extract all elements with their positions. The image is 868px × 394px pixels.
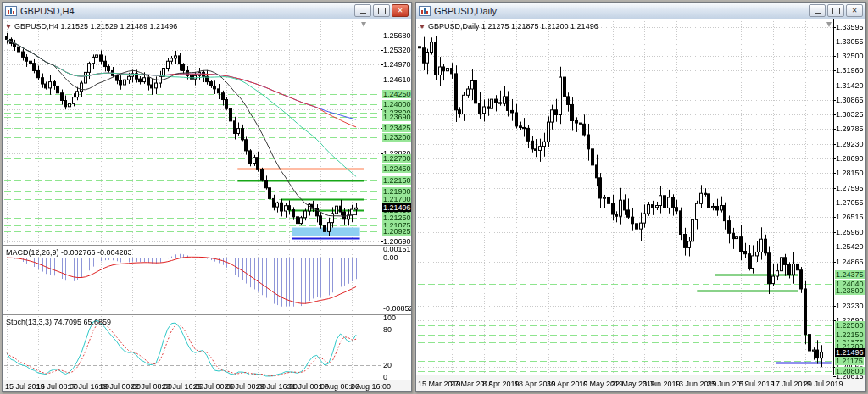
dropdown-arrow-icon <box>6 25 11 29</box>
level-price-badge: 1.20800 <box>835 367 865 375</box>
price-label: 1.20690 <box>383 237 411 246</box>
price-label: 1.25320 <box>383 46 411 54</box>
price-label: 1.28150 <box>836 169 864 177</box>
h4-ohlc-text: GBPUSD,H4 1.21525 1.21529 1.21489 1.2149… <box>14 22 177 31</box>
date-label: 29 Jul 2019 <box>804 380 843 388</box>
level-price-badge: 1.23800 <box>835 286 865 295</box>
price-label: 1.26515 <box>836 213 864 221</box>
date-label: 8 Apr 2019 <box>482 380 520 388</box>
price-label: 1.30325 <box>836 110 864 119</box>
price-label: 1.30865 <box>836 96 864 104</box>
maximize-button[interactable] <box>373 4 390 17</box>
level-price-badge: 1.22500 <box>835 321 865 330</box>
level-price-badge: 1.24375 <box>835 270 865 279</box>
titlebar-daily[interactable]: GBPUSD,Daily ✕ <box>416 3 865 19</box>
h4-quote-line[interactable]: GBPUSD,H4 1.21525 1.21529 1.21489 1.2149… <box>6 22 177 31</box>
price-label: 1.31420 <box>836 81 864 90</box>
level-price-badge: 1.22150 <box>382 176 411 185</box>
stoch-axis-label: 20 <box>383 361 392 369</box>
chart-window-gbpusd-daily: GBPUSD,Daily ✕ GBPUSD,Daily 1.21275 1.21… <box>415 2 866 392</box>
level-price-badge: 1.22450 <box>382 164 411 173</box>
daily-quote-line[interactable]: GBPUSD,Daily 1.21275 1.21875 1.21200 1.2… <box>420 22 598 31</box>
minimize-button[interactable] <box>809 4 826 17</box>
level-price-badge: 1.23200 <box>382 133 411 142</box>
price-label: 1.24970 <box>383 60 411 69</box>
price-label: 1.33055 <box>836 37 864 46</box>
level-price-badge: 1.23690 <box>382 113 411 121</box>
macd-axis-label: 0.00 <box>383 253 398 262</box>
window-title: GBPUSD,H4 <box>20 6 75 16</box>
macd-label: MACD(12,26,9) -0.002766 -0.004283 <box>6 248 132 257</box>
price-label: 1.25680 <box>383 31 411 40</box>
close-button[interactable]: ✕ <box>392 4 409 17</box>
chart-window-icon <box>5 6 17 16</box>
level-price-badge: 1.22700 <box>382 154 411 163</box>
date-label: 5 Jul 2019 <box>739 380 775 388</box>
maximize-button[interactable] <box>827 4 844 17</box>
chart-window-icon <box>419 6 431 16</box>
level-price-badge: 1.24250 <box>382 90 411 98</box>
level-price-badge: 1.23425 <box>382 124 411 132</box>
price-label: 1.29230 <box>836 140 864 148</box>
price-label: 1.29785 <box>836 125 864 133</box>
macd-axis-label: 0.001519 <box>383 245 411 253</box>
price-label: 1.28690 <box>836 154 864 163</box>
current-price-badge: 1.21496 <box>382 203 411 212</box>
price-label: 1.27055 <box>836 198 864 207</box>
dropdown-arrow-icon <box>420 25 425 29</box>
daily-chart-canvas[interactable] <box>416 19 865 391</box>
stoch-axis-label: 100 <box>383 314 396 322</box>
price-label: 1.25420 <box>836 242 864 251</box>
chart-window-gbpusd-h4: GBPUSD,H4 ✕ GBPUSD,H4 1.21525 1.21529 1.… <box>2 2 412 392</box>
price-label: 1.33595 <box>836 23 864 31</box>
price-label: 1.23230 <box>836 302 864 310</box>
close-button[interactable]: ✕ <box>846 4 863 17</box>
price-label: 1.27595 <box>836 184 864 192</box>
window-title: GBPUSD,Daily <box>434 6 497 16</box>
level-price-badge: 1.21700 <box>382 195 411 203</box>
level-price-badge: 1.21175 <box>835 357 864 365</box>
stoch-axis-label: 0 <box>383 373 387 381</box>
price-label: 1.31960 <box>836 66 864 75</box>
price-label: 1.24865 <box>836 258 864 266</box>
price-label: 1.32500 <box>836 52 864 60</box>
daily-ohlc-text: GBPUSD,Daily 1.21275 1.21875 1.21200 1.2… <box>428 22 598 31</box>
titlebar-h4[interactable]: GBPUSD,H4 ✕ <box>3 3 411 19</box>
level-price-badge: 1.24000 <box>382 100 411 108</box>
price-label: 1.24610 <box>383 75 411 84</box>
date-label: 2 Aug 16:00 <box>350 382 391 391</box>
h4-chart-canvas[interactable] <box>3 19 411 391</box>
stoch-label: Stoch(13,3,3) 74.7095 65.6859 <box>6 318 111 326</box>
current-price-badge: 1.21496 <box>835 348 865 357</box>
minimize-button[interactable] <box>354 4 371 17</box>
price-label: 1.25960 <box>836 228 864 236</box>
macd-axis-label: -0.008525 <box>383 304 411 313</box>
level-price-badge: 1.20925 <box>382 227 411 236</box>
stoch-axis-label: 80 <box>383 325 392 334</box>
